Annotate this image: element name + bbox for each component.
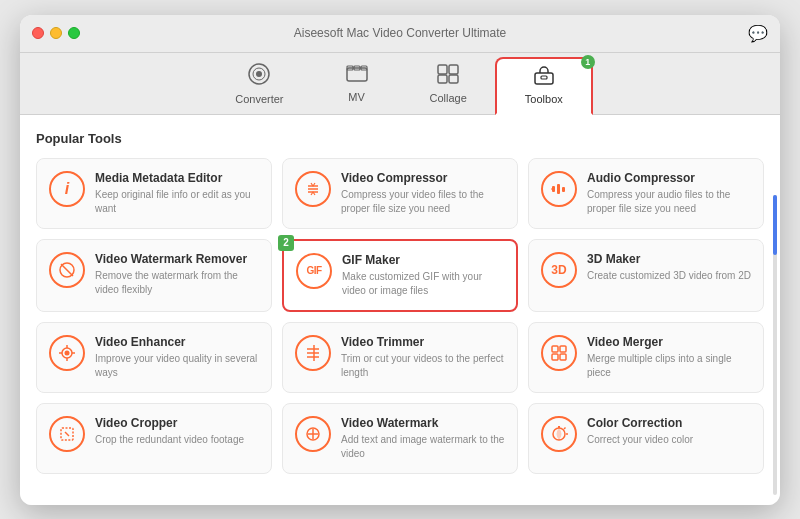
tool-name: Color Correction bbox=[587, 416, 751, 430]
tool-name: Video Watermark Remover bbox=[95, 252, 259, 266]
tool-card-video-merger[interactable]: Video Merger Merge multiple clips into a… bbox=[528, 322, 764, 393]
svg-rect-17 bbox=[557, 184, 560, 194]
svg-line-37 bbox=[65, 432, 69, 436]
tool-desc: Merge multiple clips into a single piece bbox=[587, 352, 751, 380]
maximize-button[interactable] bbox=[68, 27, 80, 39]
video-cropper-icon bbox=[49, 416, 85, 452]
svg-line-21 bbox=[61, 264, 73, 276]
scrollbar-thumb[interactable] bbox=[773, 195, 777, 255]
nav-bar: Converter MV Col bbox=[20, 53, 780, 115]
watermark-remover-icon bbox=[49, 252, 85, 288]
tool-text: Video Watermark Remover Remove the water… bbox=[95, 252, 259, 297]
tool-desc: Compress your video files to the proper … bbox=[341, 188, 505, 216]
collage-icon bbox=[437, 64, 459, 89]
tool-name: Video Trimmer bbox=[341, 335, 505, 349]
converter-label: Converter bbox=[235, 93, 283, 105]
tool-card-video-compressor[interactable]: Video Compressor Compress your video fil… bbox=[282, 158, 518, 229]
app-window: Aiseesoft Mac Video Converter Ultimate 💬… bbox=[20, 15, 780, 505]
tool-desc: Improve your video quality in several wa… bbox=[95, 352, 259, 380]
svg-rect-35 bbox=[560, 354, 566, 360]
tool-text: Color Correction Correct your video colo… bbox=[587, 416, 751, 447]
close-button[interactable] bbox=[32, 27, 44, 39]
traffic-lights bbox=[32, 27, 80, 39]
mv-icon bbox=[346, 65, 368, 88]
tool-card-video-watermark-remover[interactable]: Video Watermark Remover Remove the water… bbox=[36, 239, 272, 312]
tool-card-gif-maker[interactable]: 2 GIF GIF Maker Make customized GIF with… bbox=[282, 239, 518, 312]
video-merger-icon bbox=[541, 335, 577, 371]
tools-grid: i Media Metadata Editor Keep original fi… bbox=[36, 158, 764, 474]
tool-name: 3D Maker bbox=[587, 252, 751, 266]
collage-label: Collage bbox=[430, 92, 467, 104]
svg-point-1 bbox=[256, 71, 262, 77]
tool-desc: Crop the redundant video footage bbox=[95, 433, 259, 447]
minimize-button[interactable] bbox=[50, 27, 62, 39]
tool-name: Video Merger bbox=[587, 335, 751, 349]
tool-desc: Remove the watermark from the video flex… bbox=[95, 269, 259, 297]
tool-card-video-enhancer[interactable]: Video Enhancer Improve your video qualit… bbox=[36, 322, 272, 393]
chat-icon: 💬 bbox=[748, 24, 768, 43]
svg-rect-32 bbox=[552, 346, 558, 352]
svg-rect-33 bbox=[560, 346, 566, 352]
converter-icon bbox=[248, 63, 270, 90]
nav-item-mv[interactable]: MV bbox=[312, 59, 402, 111]
svg-rect-18 bbox=[562, 187, 565, 192]
tool-desc: Create customized 3D video from 2D bbox=[587, 269, 751, 283]
tool-name: GIF Maker bbox=[342, 253, 504, 267]
audio-compressor-icon bbox=[541, 171, 577, 207]
svg-rect-9 bbox=[438, 75, 447, 83]
tool-card-video-trimmer[interactable]: Video Trimmer Trim or cut your videos to… bbox=[282, 322, 518, 393]
toolbox-badge: 1 bbox=[581, 55, 595, 69]
tool-card-media-metadata-editor[interactable]: i Media Metadata Editor Keep original fi… bbox=[36, 158, 272, 229]
tool-text: Video Enhancer Improve your video qualit… bbox=[95, 335, 259, 380]
nav-item-converter[interactable]: Converter bbox=[207, 57, 311, 113]
tool-name: Media Metadata Editor bbox=[95, 171, 259, 185]
media-metadata-icon: i bbox=[49, 171, 85, 207]
nav-item-toolbox[interactable]: 1 Toolbox bbox=[495, 57, 593, 115]
tool-text: Audio Compressor Compress your audio fil… bbox=[587, 171, 751, 216]
tool-desc: Correct your video color bbox=[587, 433, 751, 447]
app-title: Aiseesoft Mac Video Converter Ultimate bbox=[294, 26, 507, 40]
tool-card-video-cropper[interactable]: Video Cropper Crop the redundant video f… bbox=[36, 403, 272, 474]
tool-desc: Make customized GIF with your video or i… bbox=[342, 270, 504, 298]
tool-text: Video Cropper Crop the redundant video f… bbox=[95, 416, 259, 447]
tool-desc: Trim or cut your videos to the perfect l… bbox=[341, 352, 505, 380]
section-title: Popular Tools bbox=[36, 131, 764, 146]
title-bar: Aiseesoft Mac Video Converter Ultimate 💬 bbox=[20, 15, 780, 53]
video-compressor-icon bbox=[295, 171, 331, 207]
tool-name: Video Enhancer bbox=[95, 335, 259, 349]
tool-text: Video Trimmer Trim or cut your videos to… bbox=[341, 335, 505, 380]
toolbox-label: Toolbox bbox=[525, 93, 563, 105]
tool-desc: Add text and image watermark to the vide… bbox=[341, 433, 505, 461]
svg-rect-7 bbox=[438, 65, 447, 74]
tool-desc: Compress your audio files to the proper … bbox=[587, 188, 751, 216]
tool-text: 3D Maker Create customized 3D video from… bbox=[587, 252, 751, 283]
svg-line-43 bbox=[564, 427, 566, 429]
svg-rect-10 bbox=[449, 75, 458, 83]
tool-desc: Keep original file info or edit as you w… bbox=[95, 188, 259, 216]
mv-label: MV bbox=[348, 91, 365, 103]
video-watermark-icon bbox=[295, 416, 331, 452]
tool-text: Video Compressor Compress your video fil… bbox=[341, 171, 505, 216]
tool-card-audio-compressor[interactable]: Audio Compressor Compress your audio fil… bbox=[528, 158, 764, 229]
nav-item-collage[interactable]: Collage bbox=[402, 58, 495, 112]
tool-text: Media Metadata Editor Keep original file… bbox=[95, 171, 259, 216]
svg-rect-34 bbox=[552, 354, 558, 360]
tool-name: Video Watermark bbox=[341, 416, 505, 430]
video-trimmer-icon bbox=[295, 335, 331, 371]
content-area: Popular Tools i Media Metadata Editor Ke… bbox=[20, 115, 780, 505]
tool-card-video-watermark[interactable]: Video Watermark Add text and image water… bbox=[282, 403, 518, 474]
color-correction-icon bbox=[541, 416, 577, 452]
svg-rect-8 bbox=[449, 65, 458, 74]
scrollbar-track bbox=[773, 195, 777, 495]
gif-maker-icon: GIF bbox=[296, 253, 332, 289]
gif-maker-badge: 2 bbox=[278, 235, 294, 251]
video-enhancer-icon bbox=[49, 335, 85, 371]
tool-card-3d-maker[interactable]: 3D 3D Maker Create customized 3D video f… bbox=[528, 239, 764, 312]
tool-text: GIF Maker Make customized GIF with your … bbox=[342, 253, 504, 298]
tool-name: Video Cropper bbox=[95, 416, 259, 430]
3d-maker-icon: 3D bbox=[541, 252, 577, 288]
tool-card-color-correction[interactable]: Color Correction Correct your video colo… bbox=[528, 403, 764, 474]
tool-name: Video Compressor bbox=[341, 171, 505, 185]
tool-name: Audio Compressor bbox=[587, 171, 751, 185]
tool-text: Video Watermark Add text and image water… bbox=[341, 416, 505, 461]
